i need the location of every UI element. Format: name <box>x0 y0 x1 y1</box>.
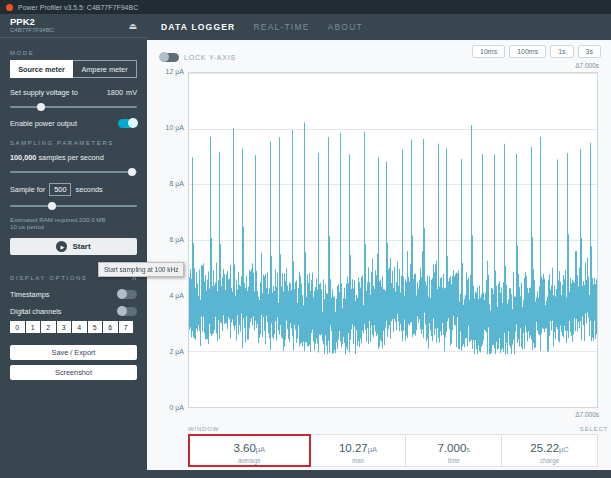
channel-chip-3[interactable]: 3 <box>57 321 72 333</box>
timestamps-row: Timestamps <box>10 290 137 299</box>
power-output-label: Enable power output <box>10 119 77 128</box>
tab-real-time[interactable]: REAL-TIME <box>253 22 309 32</box>
sample-rate-label: 100,000 samples per second <box>10 153 137 162</box>
stat-charge[interactable]: 25.22µC charge <box>502 434 598 467</box>
meter-mode-switch: Source meter Ampere meter <box>10 60 137 78</box>
device-info: PPK2 C4B77F7F94BC <box>10 17 54 34</box>
y-tick-label: 0 µA <box>169 404 184 412</box>
play-icon: ▶ <box>56 241 67 252</box>
ampere-meter-button[interactable]: Ampere meter <box>73 60 137 78</box>
mode-section-label: MODE <box>10 50 137 56</box>
stat-value: 25.22 <box>530 442 559 454</box>
start-tooltip: Start sampling at 100 kHz <box>98 262 184 277</box>
power-output-toggle[interactable] <box>118 119 137 128</box>
sidebar: PPK2 C4B77F7F94BC ⏏ MODE Source meter Am… <box>0 14 147 478</box>
y-axis-labels: 12 µA 10 µA 8 µA 6 µA 4 µA 2 µA 0 µA <box>147 68 184 412</box>
start-button-label: Start <box>72 242 90 251</box>
stat-unit: µA <box>368 445 377 454</box>
y-tick-label: 4 µA <box>169 292 184 300</box>
tab-data-logger[interactable]: DATA LOGGER <box>161 22 235 32</box>
stat-max[interactable]: 10.27µA max <box>311 434 407 467</box>
device-name: PPK2 <box>10 17 54 27</box>
timestamps-toggle[interactable] <box>118 290 137 299</box>
toggle-knob <box>117 306 127 316</box>
channel-chip-0[interactable]: 0 <box>10 321 25 333</box>
y-tick-label: 6 µA <box>169 236 184 244</box>
stat-label: charge <box>540 457 559 464</box>
sample-rate-value: 100,000 <box>10 153 36 162</box>
slider-thumb[interactable] <box>37 103 45 111</box>
titlebar: Power Profiler v3.5.5: C4B77F7F94BC <box>0 0 611 14</box>
toggle-knob <box>159 52 169 62</box>
digital-channels-row: Digital channels <box>10 307 137 316</box>
digital-channels-label: Digital channels <box>10 307 62 316</box>
timestamps-label: Timestamps <box>10 290 49 299</box>
digital-channel-chips: 0 1 2 3 4 5 6 7 <box>10 321 137 333</box>
source-meter-button[interactable]: Source meter <box>10 60 73 78</box>
channel-chip-4[interactable]: 4 <box>72 321 87 333</box>
eject-device-icon[interactable]: ⏏ <box>128 21 137 31</box>
select-section-label[interactable]: SELECT <box>580 426 608 432</box>
time-window-10ms-button[interactable]: 10ms <box>472 45 505 58</box>
ram-estimate-note: Estimated RAM required 200.0 MB 10 us pe… <box>10 216 137 230</box>
sample-duration-unit: seconds <box>75 185 102 194</box>
app-icon <box>6 4 13 11</box>
stat-unit: µC <box>559 445 569 454</box>
digital-channels-toggle[interactable] <box>118 307 137 316</box>
sample-duration-row: Sample for 500 seconds <box>10 183 137 196</box>
supply-voltage-row: Set supply voltage to 1800 mV <box>10 88 137 97</box>
channel-chip-2[interactable]: 2 <box>41 321 56 333</box>
stat-value: 7.000 <box>438 442 467 454</box>
channel-chip-6[interactable]: 6 <box>103 321 118 333</box>
device-serial: C4B77F7F94BC <box>10 27 54 34</box>
stat-value: 3.60 <box>233 442 255 454</box>
sample-for-label: Sample for <box>10 185 45 194</box>
time-window-100ms-button[interactable]: 100ms <box>509 45 546 58</box>
screenshot-button[interactable]: Screenshot <box>10 365 137 380</box>
slider-thumb[interactable] <box>128 168 136 176</box>
slider-track <box>10 106 137 108</box>
stat-average[interactable]: 3.60µA average <box>188 434 311 467</box>
sample-rate-slider[interactable] <box>10 168 137 176</box>
lock-y-axis-row: LOCK Y-AXIS <box>160 53 236 62</box>
toggle-knob <box>117 289 127 299</box>
slider-track <box>10 171 137 173</box>
channel-chip-7[interactable]: 7 <box>119 321 134 333</box>
supply-voltage-value[interactable]: 1800 <box>107 88 123 97</box>
window-duration-top: Δ7.000s <box>575 62 599 69</box>
window-title: Power Profiler v3.5.5: C4B77F7F94BC <box>18 4 138 11</box>
channel-chip-5[interactable]: 5 <box>88 321 103 333</box>
time-window-3s-button[interactable]: 3s <box>578 45 601 58</box>
time-window-buttons: 10ms 100ms 1s 3s <box>472 45 601 58</box>
stat-unit: s <box>466 445 470 454</box>
sample-duration-slider[interactable] <box>10 202 137 210</box>
supply-voltage-label: Set supply voltage to <box>10 88 104 97</box>
window-section-label: WINDOW <box>188 426 219 432</box>
lock-y-axis-toggle[interactable] <box>160 53 179 62</box>
stat-value: 10.27 <box>339 442 368 454</box>
y-tick-label: 12 µA <box>166 68 184 76</box>
channel-chip-1[interactable]: 1 <box>26 321 41 333</box>
waveform-plot[interactable] <box>188 72 598 408</box>
slider-track <box>10 205 137 207</box>
current-waveform-canvas[interactable] <box>189 73 597 407</box>
device-selector[interactable]: PPK2 C4B77F7F94BC ⏏ <box>0 14 147 38</box>
window-stats-row: 3.60µA average 10.27µA max 7.000s time 2… <box>188 434 598 467</box>
lock-y-axis-label: LOCK Y-AXIS <box>184 54 236 61</box>
tab-about[interactable]: ABOUT <box>328 22 363 32</box>
save-export-button[interactable]: Save / Export <box>10 345 137 360</box>
slider-thumb[interactable] <box>48 202 56 210</box>
supply-voltage-slider[interactable] <box>10 103 137 111</box>
y-tick-label: 8 µA <box>169 180 184 188</box>
stat-label: average <box>238 457 261 464</box>
window-duration-bottom: Δ7.000s <box>575 411 599 418</box>
sample-duration-input[interactable]: 500 <box>49 183 71 196</box>
y-tick-label: 10 µA <box>166 124 184 132</box>
stat-unit: µA <box>256 445 265 454</box>
power-profiler-window: Power Profiler v3.5.5: C4B77F7F94BC PPK2… <box>0 0 611 478</box>
time-window-1s-button[interactable]: 1s <box>550 45 573 58</box>
toggle-knob <box>128 118 138 128</box>
start-button[interactable]: ▶ Start <box>10 238 137 255</box>
stat-time[interactable]: 7.000s time <box>406 434 502 467</box>
power-output-row: Enable power output <box>10 119 137 128</box>
